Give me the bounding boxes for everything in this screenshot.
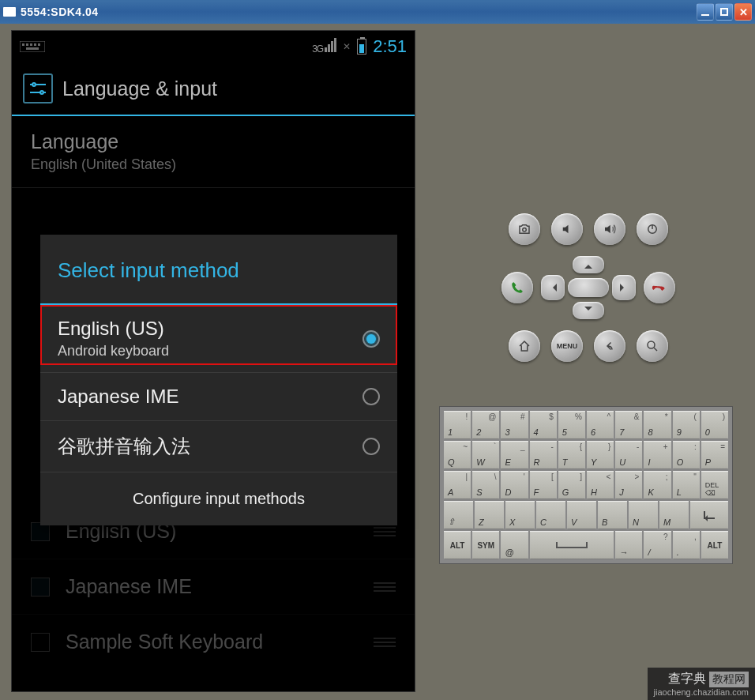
svg-rect-3 <box>30 43 32 46</box>
key-V[interactable]: V <box>567 501 596 529</box>
selection-highlight <box>40 305 397 365</box>
key-E[interactable]: E_ <box>501 441 528 469</box>
language-label: Language <box>31 130 396 153</box>
key-L[interactable]: L" <box>673 471 700 499</box>
configure-input-button[interactable]: Configure input methods <box>40 472 397 525</box>
key-J[interactable]: J> <box>615 471 642 499</box>
dialog-title: Select input method <box>40 235 397 305</box>
window-titlebar: 5554:SDK4.04 ✕ <box>0 0 755 24</box>
key-9[interactable]: 9( <box>673 411 700 439</box>
key-→[interactable]: → <box>615 531 642 559</box>
volume-down-button[interactable] <box>551 213 583 245</box>
end-call-button[interactable] <box>644 272 675 303</box>
minimize-button[interactable] <box>697 3 714 21</box>
key-8[interactable]: 8* <box>644 411 670 439</box>
key-2[interactable]: 2@ <box>472 411 499 439</box>
key-1[interactable]: 1! <box>444 411 471 439</box>
svg-point-10 <box>40 91 43 94</box>
maximize-button[interactable] <box>716 3 733 21</box>
page-title: Language & input <box>62 77 217 100</box>
settings-header: Language & input <box>12 62 415 116</box>
key-P[interactable]: P= <box>701 441 728 469</box>
key-S[interactable]: S\ <box>472 471 499 499</box>
key-wide[interactable] <box>690 501 728 529</box>
hardware-keyboard: 1!2@3#4$5%6^7&8*9(0) Q~W`E_R-T{Y}U-I+O:P… <box>439 406 733 564</box>
dpad-up[interactable] <box>573 256 604 273</box>
key-R[interactable]: R- <box>530 441 557 469</box>
key-6[interactable]: 6^ <box>587 411 614 439</box>
svg-rect-5 <box>38 43 40 46</box>
back-button[interactable] <box>594 330 625 362</box>
key-ALT[interactable]: ALT <box>701 531 728 559</box>
camera-button[interactable] <box>509 213 540 245</box>
status-bar: 3G ✕ 2:51 <box>12 31 415 62</box>
key-W[interactable]: W` <box>472 441 499 469</box>
key-I[interactable]: I+ <box>644 441 670 469</box>
close-button[interactable]: ✕ <box>734 3 752 21</box>
key-U[interactable]: U- <box>615 441 642 469</box>
input-option-japanese[interactable]: Japanese IME <box>40 373 397 421</box>
svg-point-8 <box>32 83 36 86</box>
dpad-left[interactable] <box>541 275 565 300</box>
phone-screen: 3G ✕ 2:51 Language & input Language Engl… <box>11 30 415 692</box>
key-K[interactable]: K; <box>644 471 670 499</box>
ime-row-japanese: Japanese IME <box>12 559 415 615</box>
key-4[interactable]: 4$ <box>530 411 557 439</box>
key-SYM[interactable]: SYM <box>472 531 499 559</box>
key-F[interactable]: F[ <box>530 471 557 499</box>
key-⇧[interactable]: ⇧ <box>444 501 473 529</box>
keyboard-status-icon <box>20 40 45 54</box>
radio-icon <box>362 388 380 405</box>
menu-button[interactable]: MENU <box>551 330 583 362</box>
svg-rect-2 <box>26 43 28 46</box>
key-D[interactable]: D' <box>501 471 528 499</box>
network-3g-icon: 3G <box>312 38 336 55</box>
dpad <box>541 256 636 319</box>
key-5[interactable]: 5% <box>558 411 585 439</box>
key-del[interactable]: DEL⌫ <box>701 471 728 499</box>
dpad-center[interactable] <box>568 278 609 297</box>
dpad-down[interactable] <box>573 302 604 319</box>
settings-icon <box>374 634 396 650</box>
svg-rect-1 <box>22 43 24 46</box>
key-Z[interactable]: Z <box>475 501 504 529</box>
key-/[interactable]: /? <box>644 531 670 559</box>
key-G[interactable]: G] <box>558 471 585 499</box>
key-N[interactable]: N <box>629 501 658 529</box>
emulator-workspace: 3G ✕ 2:51 Language & input Language Engl… <box>0 24 755 700</box>
key-space[interactable] <box>530 531 614 559</box>
key-Y[interactable]: Y} <box>587 441 614 469</box>
radio-icon <box>362 438 380 455</box>
window-title: 5554:SDK4.04 <box>21 6 695 18</box>
key-O[interactable]: O: <box>673 441 700 469</box>
dpad-right[interactable] <box>612 275 636 300</box>
call-button[interactable] <box>501 272 533 303</box>
key-7[interactable]: 7& <box>615 411 642 439</box>
key-B[interactable]: B <box>598 501 627 529</box>
language-row[interactable]: Language English (United States) <box>12 116 415 188</box>
key-Q[interactable]: Q~ <box>444 441 471 469</box>
volume-up-button[interactable] <box>594 213 625 245</box>
input-option-pinyin[interactable]: 谷歌拼音输入法 <box>40 421 397 472</box>
option-title: Japanese IME <box>58 386 362 408</box>
key-X[interactable]: X <box>505 501 535 529</box>
no-signal-icon: ✕ <box>343 41 351 52</box>
key-M[interactable]: M <box>659 501 689 529</box>
key-H[interactable]: H< <box>587 471 614 499</box>
power-button[interactable] <box>637 213 668 245</box>
svg-point-14 <box>648 341 655 348</box>
key-.[interactable]: ., <box>673 531 700 559</box>
app-icon <box>3 7 16 17</box>
search-button[interactable] <box>637 330 668 362</box>
key-C[interactable]: C <box>536 501 565 529</box>
key-ALT[interactable]: ALT <box>444 531 471 559</box>
ime-row-sample: Sample Soft Keyboard <box>12 615 415 669</box>
key-0[interactable]: 0) <box>701 411 728 439</box>
settings-icon <box>374 579 396 595</box>
key-@[interactable]: @ <box>501 531 528 559</box>
key-T[interactable]: T{ <box>558 441 585 469</box>
key-3[interactable]: 3# <box>501 411 528 439</box>
home-button[interactable] <box>509 330 540 362</box>
checkbox-icon <box>31 633 50 652</box>
key-A[interactable]: A| <box>444 471 471 499</box>
